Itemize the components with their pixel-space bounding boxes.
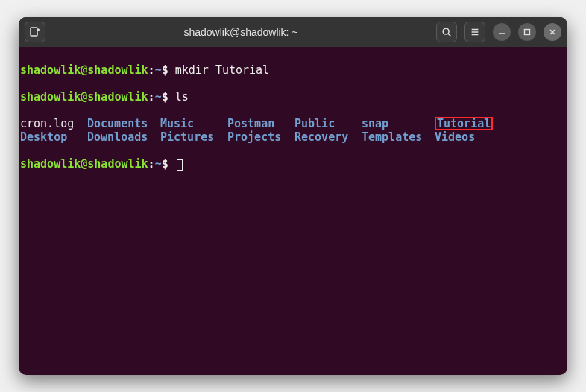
ls-item-dir: Projects [227,130,294,144]
prompt-path: ~ [155,90,162,104]
search-button[interactable] [436,22,457,42]
terminal-body[interactable]: shadowlik@shadowlik:~$ mkdir Tutorial sh… [19,47,567,375]
prompt-user-host: shadowlik@shadowlik [20,90,148,104]
ls-item-dir: Desktop [20,130,87,144]
prompt-path: ~ [155,63,162,77]
ls-output: cron.logDocumentsMusicPostmanPublicsnapT… [20,117,566,144]
minimize-button[interactable] [493,23,511,41]
close-button[interactable] [544,23,561,41]
prompt-symbol: $ [162,63,168,77]
prompt-user-host: shadowlik@shadowlik [20,63,148,77]
ls-item-dir: Music [160,117,227,130]
prompt-separator: : [148,63,155,77]
ls-item-dir: Downloads [87,130,160,144]
ls-item-file: cron.log [20,117,87,130]
ls-item-dir: Videos [435,130,566,144]
prompt-separator: : [148,157,155,171]
titlebar: shadowlik@shadowlik: ~ [19,17,567,47]
ls-item-dir: snap [362,117,435,130]
command-text: ls [175,90,189,104]
terminal-line: shadowlik@shadowlik:~$ [20,157,566,171]
terminal-line: shadowlik@shadowlik:~$ mkdir Tutorial [20,63,566,77]
new-tab-button[interactable] [25,22,45,42]
prompt-user-host: shadowlik@shadowlik [20,157,148,171]
hamburger-menu-button[interactable] [464,22,485,42]
prompt-path: ~ [155,157,162,171]
ls-item-dir: Postman [227,117,294,130]
svg-point-1 [443,28,449,34]
cursor [177,159,183,171]
window-title: shadowlik@shadowlik: ~ [51,26,430,38]
ls-item-dir: Documents [87,117,160,130]
ls-item-dir: Public [294,117,362,130]
command-text: mkdir Tutorial [175,63,269,77]
ls-item-dir: Templates [362,130,435,144]
ls-item-dir: Pictures [160,130,227,144]
terminal-line: shadowlik@shadowlik:~$ ls [20,90,566,104]
terminal-window: shadowlik@shadowlik: ~ [19,17,567,375]
prompt-symbol: $ [162,90,168,104]
svg-rect-0 [31,28,37,36]
svg-rect-2 [525,30,530,35]
prompt-symbol: $ [162,157,168,171]
ls-item-dir: Recovery [294,130,362,144]
prompt-separator: : [148,90,155,104]
maximize-button[interactable] [518,23,536,41]
ls-item-highlighted: Tutorial [435,117,566,130]
